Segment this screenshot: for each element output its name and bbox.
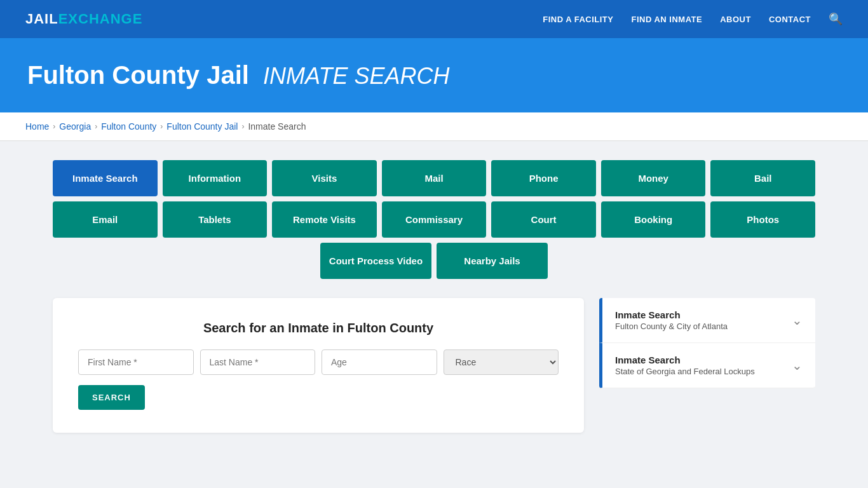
sidebar-item-state-subtitle: State of Georgia and Federal Lockups [615,367,755,376]
site-header: JAILEXCHANGE FIND A FACILITY FIND AN INM… [0,0,868,38]
sidebar-item-state[interactable]: Inmate Search State of Georgia and Feder… [599,343,815,388]
search-icon[interactable]: 🔍 [829,12,843,26]
tab-bail[interactable]: Bail [710,160,815,196]
sidebar-item-fulton-subtitle: Fulton County & City of Atlanta [615,322,728,331]
tab-mail[interactable]: Mail [382,160,487,196]
tabs-grid: Inmate Search Information Visits Mail Ph… [53,160,815,279]
page-title: Fulton County Jail INMATE SEARCH [27,61,841,90]
tab-inmate-search[interactable]: Inmate Search [53,160,158,196]
sidebar: Inmate Search Fulton County & City of At… [599,298,815,388]
tab-tablets[interactable]: Tablets [163,201,268,238]
tab-photos[interactable]: Photos [710,201,815,238]
race-select[interactable]: Race White Black Hispanic Asian Other [444,349,559,375]
sidebar-item-fulton[interactable]: Inmate Search Fulton County & City of At… [599,298,815,343]
logo-jail: JAIL [25,11,58,27]
nav-about[interactable]: ABOUT [720,15,751,24]
last-name-input[interactable] [200,349,316,375]
tab-court-process-video[interactable]: Court Process Video [320,243,431,279]
tabs-row-2: Email Tablets Remote Visits Commissary C… [53,201,815,238]
tab-phone[interactable]: Phone [491,160,596,196]
nav-find-inmate[interactable]: FIND AN INMATE [631,15,702,24]
breadcrumb-sep-2: › [95,122,97,131]
search-form-title: Search for an Inmate in Fulton County [78,321,559,336]
bottom-section: Search for an Inmate in Fulton County Ra… [53,298,815,433]
tab-email[interactable]: Email [53,201,158,238]
site-logo: JAILEXCHANGE [25,11,142,27]
age-input[interactable] [322,349,437,375]
sidebar-item-state-title: Inmate Search [615,355,755,365]
sidebar-item-fulton-title: Inmate Search [615,309,728,320]
breadcrumb-georgia[interactable]: Georgia [59,121,91,132]
main-content: Inmate Search Information Visits Mail Ph… [27,141,841,452]
search-form-card: Search for an Inmate in Fulton County Ra… [53,298,584,433]
chevron-down-icon: ⌄ [792,313,803,328]
tab-booking[interactable]: Booking [601,201,706,238]
tab-commissary[interactable]: Commissary [382,201,487,238]
breadcrumb-sep-1: › [53,122,55,131]
breadcrumb: Home › Georgia › Fulton County › Fulton … [25,121,843,132]
breadcrumb-fulton-county[interactable]: Fulton County [101,121,156,132]
breadcrumb-sep-4: › [241,122,244,131]
nav-find-facility[interactable]: FIND A FACILITY [543,15,613,24]
search-inputs: Race White Black Hispanic Asian Other [78,349,559,375]
tab-information[interactable]: Information [163,160,268,196]
tabs-row-3: Court Process Video Nearby Jails [53,243,815,279]
breadcrumb-sep-3: › [160,122,163,131]
hero-title-bold: Fulton County Jail [27,61,249,89]
breadcrumb-home[interactable]: Home [25,121,49,132]
hero-section: Fulton County Jail INMATE SEARCH [0,38,868,112]
tab-court[interactable]: Court [491,201,596,238]
breadcrumb-bar: Home › Georgia › Fulton County › Fulton … [0,112,868,141]
breadcrumb-fulton-jail[interactable]: Fulton County Jail [166,121,238,132]
breadcrumb-current: Inmate Search [248,121,306,132]
nav-contact[interactable]: CONTACT [769,15,811,24]
tab-money[interactable]: Money [601,160,706,196]
tabs-row-1: Inmate Search Information Visits Mail Ph… [53,160,815,196]
main-nav: FIND A FACILITY FIND AN INMATE ABOUT CON… [543,12,843,26]
tab-visits[interactable]: Visits [272,160,377,196]
chevron-down-icon-2: ⌄ [792,358,803,373]
logo-exchange: EXCHANGE [58,11,143,27]
search-button[interactable]: SEARCH [78,385,145,410]
first-name-input[interactable] [78,349,194,375]
tab-nearby-jails[interactable]: Nearby Jails [437,243,548,279]
hero-title-italic: INMATE SEARCH [263,63,449,89]
tab-remote-visits[interactable]: Remote Visits [272,201,377,238]
